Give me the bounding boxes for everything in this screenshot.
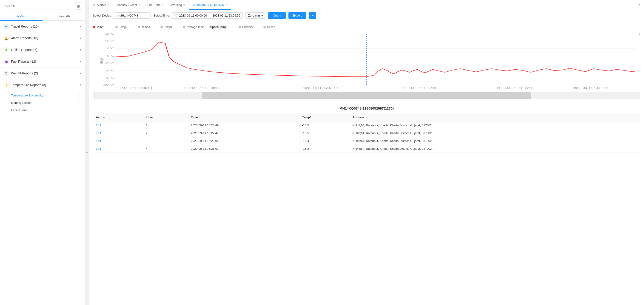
category-fuel-header[interactable]: ◉ Fuel Reports (12) ▾ xyxy=(0,56,85,67)
tab-close-icon[interactable]: × xyxy=(138,3,140,6)
category-weight-header[interactable]: ⊡ Weight Reports (2) ▾ xyxy=(0,67,85,79)
legend-speed-temp[interactable]: Speed/Temp xyxy=(209,25,228,29)
search-icon: ⌕ xyxy=(116,14,118,17)
row-temp1: -16.5 xyxy=(299,129,350,137)
tab-fuel-time[interactable]: Fuel Time × xyxy=(144,0,168,9)
row-time: 2023-09-11 16:22:47 xyxy=(188,129,299,137)
chevron-up-icon: ▾ xyxy=(80,83,81,87)
legend-temp1[interactable]: Temp1 xyxy=(93,25,105,29)
heart-icon[interactable]: ♡ xyxy=(78,108,81,112)
col-action: Action xyxy=(93,113,143,121)
table-row: Edit 2 2023-09-11 16:22:47 -16.5 NH48;64… xyxy=(93,129,640,137)
category-online-header[interactable]: ● Online Reports (7) ▾ xyxy=(0,44,85,56)
edit-link[interactable]: Edit xyxy=(93,145,143,153)
sidebar-item-monthly-except[interactable]: Monthly Except ♡ xyxy=(11,99,85,106)
category-alarm-header[interactable]: 🔔 Alarm Reports (10) ▾ xyxy=(0,32,85,44)
travel-label: Travel Reports (16) xyxy=(11,24,38,28)
legend-humidity[interactable]: Humidity xyxy=(232,25,253,29)
temperature-chart: 15°C 10°C 5°C 0°C -5°C -10°C -15°C -20°C… xyxy=(93,31,640,91)
chevron-down-icon: ▾ xyxy=(80,36,81,40)
tab-close-icon[interactable]: × xyxy=(226,3,227,6)
chart-scrollbar-thumb[interactable] xyxy=(202,92,531,99)
svg-text:-20°C: -20°C xyxy=(104,84,114,87)
heart-icon[interactable]: ♡ xyxy=(78,101,81,104)
tab-fuel-time-label: Fuel Time xyxy=(148,3,161,7)
temperature-icon: 🌡 xyxy=(4,82,9,87)
legend-speed[interactable]: Speed xyxy=(258,25,275,29)
device-input[interactable]: ⌕ MH14KQ0748 xyxy=(114,12,150,18)
sidebar-item-except-temp[interactable]: Except Temp ♡ xyxy=(11,106,85,114)
tab-all-alarms[interactable]: All Alarms × xyxy=(89,0,113,9)
weight-label: Weight Reports (2) xyxy=(11,71,38,75)
tab-monthly-except-label: Monthly Except xyxy=(116,3,137,7)
svg-text:0°C: 0°C xyxy=(107,54,114,57)
fuel-icon: ◉ xyxy=(4,59,9,64)
sidebar-item-temp-humidity[interactable]: Temperature & Humidity ♡ xyxy=(11,92,85,99)
category-fuel: ◉ Fuel Reports (12) ▾ xyxy=(0,56,85,67)
sidebar-collapse-handle[interactable]: ‹ xyxy=(85,0,89,305)
edit-link[interactable]: Edit xyxy=(93,121,143,129)
clock-icon: 🕐 xyxy=(174,14,178,17)
col-index: Index xyxy=(143,113,188,121)
online-icon: ● xyxy=(4,47,9,52)
legend-avg-temp[interactable]: Average Temp xyxy=(177,25,204,29)
grid-view-button[interactable]: ▦ xyxy=(75,2,82,10)
tab-all[interactable]: All(54) xyxy=(0,12,42,21)
legend-temp2[interactable]: Temp2 xyxy=(110,25,127,29)
row-index: 2 xyxy=(143,129,188,137)
legend-temp3[interactable]: Temp3 xyxy=(132,25,150,29)
table-device-id: MH14KQ0748-19808052697 xyxy=(340,106,384,110)
row-address: NH48;64, Ratanpur, Kheda, Kheda District… xyxy=(350,145,640,153)
online-label: Online Reports (7) xyxy=(11,48,37,52)
search-input[interactable] xyxy=(3,3,73,9)
tabs-bar: All Alarms × Monthly Except × Fuel Time … xyxy=(89,0,644,10)
row-address: NH48;64, Ratanpur, Kheda, Kheda District… xyxy=(350,121,640,129)
category-travel-header[interactable]: ✈ Travel Reports (16) ▾ xyxy=(0,21,85,32)
row-index: 4 xyxy=(143,145,188,153)
tab-monthly-except[interactable]: Monthly Except × xyxy=(113,0,144,9)
tab-working[interactable]: Working × xyxy=(167,0,189,9)
svg-text:2023-09-11 14:39:41: 2023-09-11 14:39:41 xyxy=(573,87,609,89)
category-temperature-header[interactable]: 🌡 Temperature Reports (3) ▾ xyxy=(0,79,85,91)
svg-text:2023-09-11 08:24:52: 2023-09-11 08:24:52 xyxy=(403,87,440,89)
col-time: Time xyxy=(188,113,299,121)
edit-link[interactable]: Edit xyxy=(93,137,143,145)
edit-link[interactable]: Edit xyxy=(93,129,143,137)
row-address: NH48;64, Ratanpur, Kheda, Kheda District… xyxy=(350,137,640,145)
tab-temp-humidity[interactable]: Temperature & Humidity × xyxy=(189,0,231,10)
toolbar: Select Device ⌕ MH14KQ0748 Select Time 🕐… xyxy=(89,10,644,21)
tab-close-icon[interactable]: × xyxy=(184,3,185,6)
chevron-down-icon: ▾ xyxy=(80,48,81,51)
table-row: Edit 3 2023-09-11 16:22:05 -16.4 NH48;64… xyxy=(93,137,640,145)
svg-text:2023-09-11 05:43:49: 2023-09-11 05:43:49 xyxy=(302,87,338,89)
svg-text:2023-09-11 11:36:16: 2023-09-11 11:36:16 xyxy=(497,87,534,89)
query-button[interactable]: Query xyxy=(268,12,286,19)
main-content: All Alarms × Monthly Except × Fuel Time … xyxy=(89,0,644,305)
chart-scrollbar[interactable] xyxy=(93,92,640,99)
chevron-down-icon: ▾ xyxy=(80,60,81,63)
sidebar-tab-bar: All(54) Stared(0) xyxy=(0,12,85,21)
svg-text:10°C: 10°C xyxy=(105,40,114,42)
heart-icon[interactable]: ♡ xyxy=(78,93,81,97)
alarm-icon: 🔔 xyxy=(4,36,9,41)
tab-all-alarms-label: All Alarms xyxy=(93,3,106,7)
tab-close-icon[interactable]: × xyxy=(162,3,164,6)
row-time: 2023-09-11 16:23:49 xyxy=(188,121,299,129)
time-separator: - xyxy=(208,14,211,17)
tab-close-icon[interactable]: × xyxy=(108,3,109,6)
time-end-value: 2023-09-11 23:59:59 xyxy=(212,14,240,17)
time-range-input[interactable]: 🕐 2023-09-11 00:00:00 - 2023-09-11 23:59… xyxy=(172,12,243,18)
table-title: MH14KQ0748-19808052697(1270) xyxy=(93,104,640,113)
table-row: Edit 4 2023-09-11 16:21:01 -16.2 NH48;64… xyxy=(93,145,640,153)
svg-text:-5°C: -5°C xyxy=(106,62,114,64)
tab-temp-humidity-label: Temperature & Humidity xyxy=(192,3,224,6)
export-button[interactable]: Export xyxy=(288,12,306,19)
tab-stared[interactable]: Stared(0) xyxy=(42,12,85,20)
temperature-sub-items: Temperature & Humidity ♡ Monthly Except … xyxy=(0,91,85,115)
zero-mini-select[interactable]: Zero mini ▾ xyxy=(246,12,266,18)
legend-temp4[interactable]: Temp4 xyxy=(154,25,172,29)
extra-button[interactable]: ≡ xyxy=(309,12,316,19)
temp-humidity-label: Temperature & Humidity xyxy=(11,94,43,97)
close-all-button[interactable]: × xyxy=(634,0,644,10)
chevron-down-icon: ▾ xyxy=(261,14,263,17)
